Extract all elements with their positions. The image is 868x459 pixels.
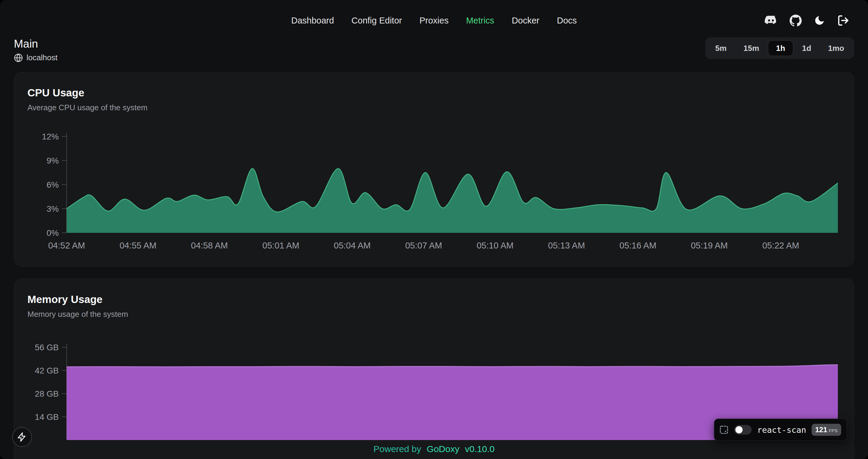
cpu-usage-chart: 0%3%6%9%12%04:52 AM04:55 AM04:58 AM05:01… — [27, 121, 841, 256]
svg-text:05:01 AM: 05:01 AM — [262, 241, 300, 250]
svg-text:14 GB: 14 GB — [35, 412, 59, 422]
theme-toggle-moon-icon[interactable] — [814, 15, 825, 26]
nav-item-docker[interactable]: Docker — [512, 16, 539, 26]
time-range-1d[interactable]: 1d — [794, 40, 819, 56]
time-range-5m[interactable]: 5m — [707, 40, 735, 56]
svg-text:28 GB: 28 GB — [35, 389, 59, 398]
cpu-card-title: CPU Usage — [27, 87, 841, 99]
globe-icon — [14, 53, 23, 62]
time-range-1h[interactable]: 1h — [768, 40, 793, 56]
svg-text:56 GB: 56 GB — [35, 343, 59, 352]
page-header: Main localhost 5m 15m 1h 1d 1mo — [14, 37, 854, 62]
host-row: localhost — [14, 53, 58, 62]
svg-text:05:16 AM: 05:16 AM — [619, 241, 656, 250]
cpu-card-subtitle: Average CPU usage of the system — [27, 103, 841, 112]
svg-text:05:04 AM: 05:04 AM — [334, 241, 371, 250]
time-range-15m[interactable]: 15m — [735, 40, 767, 56]
lightning-icon — [17, 432, 27, 442]
svg-text:12%: 12% — [42, 132, 59, 141]
react-scan-label: react-scan — [757, 425, 806, 435]
app-window: Dashboard Config Editor Proxies Metrics … — [0, 0, 868, 459]
fps-unit: FPS — [829, 428, 838, 433]
nav-item-proxies[interactable]: Proxies — [420, 16, 449, 26]
nav-item-config-editor[interactable]: Config Editor — [351, 16, 402, 26]
nav-item-dashboard[interactable]: Dashboard — [291, 16, 334, 26]
page-header-left: Main localhost — [14, 37, 58, 62]
nav-item-metrics[interactable]: Metrics — [466, 16, 494, 26]
fps-badge: 121 FPS — [812, 424, 841, 436]
svg-text:05:07 AM: 05:07 AM — [405, 241, 442, 250]
fps-value: 121 — [815, 426, 827, 434]
inspect-icon[interactable] — [719, 425, 729, 435]
footer-powered-by: Powered by — [373, 444, 421, 454]
react-scan-toggle[interactable] — [734, 425, 752, 435]
footer-brand-link[interactable]: GoDoxy — [427, 444, 459, 454]
cpu-usage-card: CPU Usage Average CPU usage of the syste… — [14, 72, 854, 267]
svg-text:3%: 3% — [47, 204, 59, 214]
footer-version: v0.10.0 — [465, 444, 495, 454]
toggle-knob — [735, 426, 743, 433]
time-range-1mo[interactable]: 1mo — [820, 40, 852, 56]
react-scan-widget: react-scan 121 FPS — [714, 419, 847, 441]
svg-text:9%: 9% — [47, 156, 59, 165]
svg-text:05:22 AM: 05:22 AM — [762, 241, 799, 250]
memory-card-subtitle: Memory usage of the system — [27, 309, 841, 319]
svg-text:6%: 6% — [47, 180, 59, 190]
svg-text:05:19 AM: 05:19 AM — [691, 241, 728, 250]
github-icon[interactable] — [789, 14, 802, 27]
nav-item-docs[interactable]: Docs — [557, 16, 577, 26]
svg-text:04:55 AM: 04:55 AM — [120, 241, 157, 250]
logout-icon[interactable] — [837, 14, 849, 27]
discord-icon[interactable] — [764, 15, 778, 26]
svg-text:42 GB: 42 GB — [35, 366, 59, 375]
svg-text:04:58 AM: 04:58 AM — [191, 241, 228, 250]
svg-text:04:52 AM: 04:52 AM — [48, 241, 85, 250]
svg-text:05:13 AM: 05:13 AM — [548, 241, 585, 250]
svg-text:0%: 0% — [47, 228, 59, 238]
quick-actions-button[interactable] — [12, 427, 32, 447]
top-navigation: Dashboard Config Editor Proxies Metrics … — [0, 0, 868, 36]
footer: Powered by GoDoxy v0.10.0 — [0, 444, 868, 454]
page-title: Main — [14, 37, 58, 51]
svg-text:05:10 AM: 05:10 AM — [476, 241, 514, 250]
host-label: localhost — [27, 53, 58, 62]
memory-card-title: Memory Usage — [27, 293, 841, 305]
nav-icon-group — [764, 14, 849, 27]
time-range-selector: 5m 15m 1h 1d 1mo — [705, 37, 854, 59]
